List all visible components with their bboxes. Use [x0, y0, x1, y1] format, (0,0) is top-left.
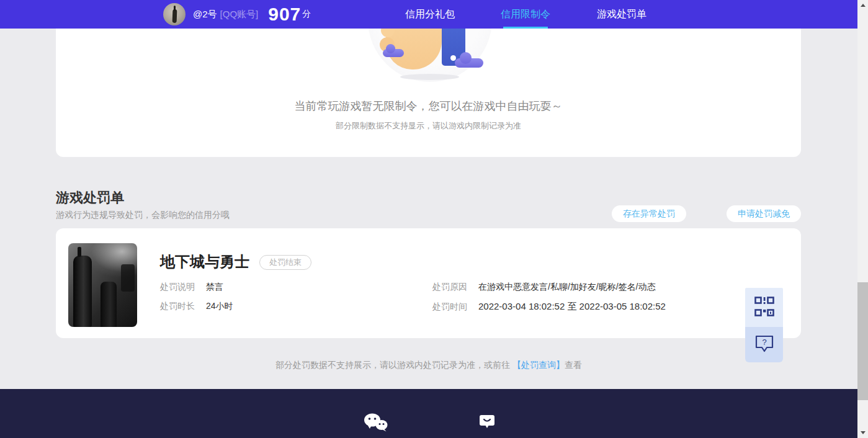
scroll-down-arrow[interactable]: [857, 427, 868, 438]
help-button[interactable]: ?: [745, 327, 783, 362]
vertical-scrollbar[interactable]: [857, 0, 868, 438]
wechat-icon: [363, 424, 388, 434]
scrollbar-thumb[interactable]: [857, 282, 868, 400]
tab-credit-gift[interactable]: 信用分礼包: [380, 0, 480, 29]
field-value: 在游戏中恶意发言/私聊/加好友/昵称/签名/动态: [478, 282, 655, 292]
qr-code-icon: [754, 296, 775, 320]
status-badge: 处罚结束: [259, 255, 311, 270]
field-label: 处罚时间: [432, 302, 470, 313]
abnormal-punishment-button[interactable]: 存在异常处罚: [612, 205, 686, 222]
section-title: 游戏处罚单: [56, 189, 124, 207]
field-value: 24小时: [206, 301, 233, 311]
restriction-card: 当前常玩游戏暂无限制令，您可以在游戏中自由玩耍～ 部分限制数据不支持显示，请以游…: [56, 29, 801, 157]
section-subtitle: 游戏行为违规导致处罚，会影响您的信用分哦: [56, 210, 230, 221]
illustration-shadow: [400, 74, 459, 80]
user-name: @2号: [193, 9, 217, 20]
field-punish-reason: 处罚原因在游戏中恶意发言/私聊/加好友/昵称/签名/动态: [432, 282, 655, 293]
field-value: 2022-03-04 18:02:52 至 2022-03-05 18:02:5…: [478, 301, 666, 311]
apply-reduction-button[interactable]: 申请处罚减免: [727, 205, 801, 222]
tab-game-punishment[interactable]: 游戏处罚单: [572, 0, 671, 29]
account-type-label: [QQ账号]: [220, 9, 259, 20]
restriction-disclaimer: 部分限制数据不支持显示，请以游戏内限制记录为准: [56, 120, 801, 132]
field-label: 处罚原因: [432, 282, 470, 293]
page: @2号 [QQ账号] 907 分 信用分礼包 信用限制令 游戏处罚单 当前常玩游…: [0, 0, 857, 438]
footer: 微信公众号 企业客服: [0, 389, 857, 438]
avatar: [163, 3, 186, 25]
user-info: @2号 [QQ账号] 907 分: [163, 0, 311, 29]
punish-query-link[interactable]: 【处罚查询】: [512, 360, 565, 370]
game-thumbnail: [68, 243, 137, 327]
svg-text:?: ?: [762, 337, 766, 346]
field-label: 处罚时长: [160, 301, 197, 312]
qr-code-button[interactable]: [745, 288, 783, 327]
credit-score-unit: 分: [302, 9, 311, 20]
chat-smile-icon: [478, 422, 496, 433]
disclaimer-suffix: 查看: [565, 360, 582, 370]
cloud-icon: [455, 58, 483, 68]
browser-viewport: @2号 [QQ账号] 907 分 信用分礼包 信用限制令 游戏处罚单 当前常玩游…: [0, 0, 868, 438]
field-punish-time: 处罚时间2022-03-04 18:02:52 至 2022-03-05 18:…: [432, 301, 666, 313]
top-navbar: @2号 [QQ账号] 907 分 信用分礼包 信用限制令 游戏处罚单: [0, 0, 857, 29]
field-value: 禁言: [206, 282, 223, 292]
punishment-section-header: 游戏处罚单 游戏行为违规导致处罚，会影响您的信用分哦 存在异常处罚 申请处罚减免: [56, 186, 801, 223]
scroll-up-arrow[interactable]: [857, 0, 868, 11]
cloud-icon: [383, 49, 404, 57]
side-float-widget: ?: [745, 288, 783, 362]
field-punish-duration: 处罚时长24小时: [160, 301, 233, 312]
no-restriction-message: 当前常玩游戏暂无限制令，您可以在游戏中自由玩耍～: [56, 99, 801, 114]
game-title: 地下城与勇士: [160, 252, 249, 272]
disclaimer-text: 部分处罚数据不支持展示，请以游戏内处罚记录为准，或前往: [275, 360, 512, 370]
field-label: 处罚说明: [160, 282, 197, 293]
tab-credit-restriction[interactable]: 信用限制令: [476, 0, 575, 29]
punishment-card: 地下城与勇士 处罚结束 处罚说明禁言 处罚原因在游戏中恶意发言/私聊/加好友/昵…: [56, 228, 801, 338]
help-bubble-icon: ?: [754, 334, 775, 356]
footer-service[interactable]: 企业客服: [450, 413, 524, 438]
field-punish-desc: 处罚说明禁言: [160, 282, 223, 293]
credit-score: 907: [268, 4, 301, 25]
footer-wechat[interactable]: 微信公众号: [338, 413, 413, 438]
punishment-disclaimer: 部分处罚数据不支持展示，请以游戏内处罚记录为准，或前往 【处罚查询】查看: [0, 360, 857, 371]
